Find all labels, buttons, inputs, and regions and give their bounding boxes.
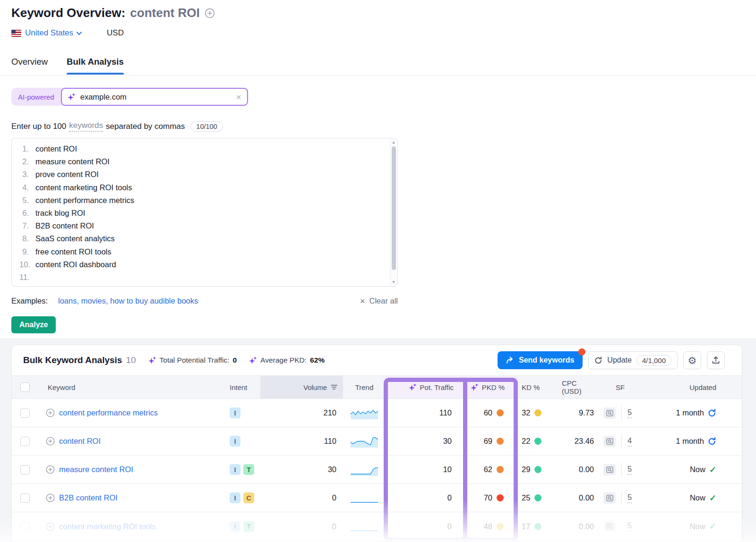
scroll-down-arrow[interactable]: ▼: [390, 280, 397, 284]
updated-cell: 1 month: [643, 427, 742, 455]
updated-cell: 1 month: [643, 399, 742, 427]
ai-powered-badge: AI-powered: [11, 93, 61, 101]
column-cpc[interactable]: CPC (USD): [562, 376, 598, 398]
notification-dot: [578, 348, 585, 356]
expand-plus-icon[interactable]: [46, 437, 55, 446]
serp-features-icon[interactable]: [603, 436, 616, 447]
check-icon: ✓: [709, 522, 716, 531]
export-button[interactable]: [707, 351, 725, 369]
column-volume[interactable]: Volume: [260, 376, 343, 398]
tab-overview[interactable]: Overview: [11, 57, 48, 75]
intent-badge-transactional: T: [243, 464, 254, 475]
kd-dot: [534, 466, 541, 473]
updated-icon-slot: [708, 437, 716, 446]
card-title: Bulk Keyword Analysis: [23, 355, 122, 365]
textarea-scrollbar[interactable]: ▲ ▼: [390, 139, 397, 286]
pot-traffic-value: 30: [386, 427, 466, 455]
keywords-term[interactable]: keywords: [69, 121, 103, 132]
serp-features-icon[interactable]: [603, 521, 616, 532]
intent-badge-informational: I: [230, 407, 241, 418]
serp-features-icon[interactable]: [603, 407, 616, 419]
clear-all-label: Clear all: [369, 296, 398, 305]
country-label: United States: [25, 28, 73, 38]
expand-plus-icon[interactable]: [46, 493, 55, 502]
serp-features-icon[interactable]: [603, 492, 616, 504]
clear-domain-icon[interactable]: ×: [236, 93, 241, 102]
pkd-value: 48: [484, 522, 492, 531]
expand-plus-icon[interactable]: [46, 408, 55, 417]
column-updated[interactable]: Updated: [643, 376, 742, 398]
pkd-cell: 60: [466, 399, 517, 427]
pkd-dot: [497, 409, 504, 416]
row-checkbox[interactable]: [20, 465, 30, 474]
pkd-dot: [497, 466, 504, 473]
keyword-link[interactable]: measure content ROI: [59, 465, 133, 474]
column-pkd-label: PKD %: [482, 383, 505, 391]
clear-all-button[interactable]: × Clear all: [360, 296, 398, 305]
pkd-value: 62: [484, 465, 492, 474]
keywords-counter-badge: 10/100: [190, 121, 223, 132]
ai-sparkle-icon: [409, 383, 417, 391]
refresh-icon: [594, 356, 602, 364]
pot-traffic-value: 0: [386, 484, 466, 512]
settings-button[interactable]: ⚙: [683, 351, 701, 369]
sf-count-link[interactable]: 5: [627, 493, 632, 503]
examples-label: Examples:: [11, 296, 48, 305]
add-query-icon[interactable]: [205, 8, 215, 18]
updated-icon-slot: ✓: [709, 493, 716, 503]
column-trend[interactable]: Trend: [343, 376, 386, 398]
kd-value: 17: [522, 522, 530, 531]
intent-badge-informational: I: [230, 492, 241, 503]
expand-plus-icon[interactable]: [46, 465, 55, 474]
select-all-checkbox[interactable]: [20, 382, 30, 392]
kd-cell: 17: [517, 512, 562, 541]
sf-count-link[interactable]: 5: [627, 465, 632, 475]
keywords-textarea[interactable]: 1.content ROI2.measure content ROI3.prov…: [11, 138, 398, 287]
send-keywords-button[interactable]: Send keywords: [498, 351, 583, 369]
pkd-cell: 69: [466, 427, 517, 455]
row-checkbox[interactable]: [20, 408, 30, 418]
serp-features-icon[interactable]: [603, 464, 616, 475]
column-sf[interactable]: SF: [598, 376, 643, 398]
row-checkbox[interactable]: [20, 493, 30, 503]
scrollbar-thumb[interactable]: [392, 146, 396, 270]
tab-bulk-analysis[interactable]: Bulk Analysis: [67, 57, 124, 75]
kd-cell: 22: [517, 427, 562, 455]
refresh-icon: [708, 437, 716, 446]
row-checkbox[interactable]: [20, 437, 30, 446]
pkd-cell: 48: [466, 512, 517, 541]
keyword-link[interactable]: content ROI: [59, 437, 101, 446]
sf-count-link[interactable]: 4: [627, 436, 632, 447]
keyword-link[interactable]: content marketing ROI tools: [59, 522, 156, 531]
column-intent[interactable]: Intent: [220, 376, 260, 398]
pkd-value: 70: [484, 493, 492, 502]
column-kd[interactable]: KD %: [517, 376, 562, 398]
intent-badges: IC: [220, 484, 260, 512]
trend-sparkline: [343, 512, 386, 541]
updated-value: Now: [690, 465, 705, 474]
keyword-link[interactable]: B2B content ROI: [59, 493, 118, 502]
examples-link[interactable]: loans, movies, how to buy audible books: [58, 296, 198, 305]
ai-sparkle-icon: [148, 356, 156, 364]
volume-value: 0: [260, 484, 343, 512]
update-button[interactable]: Update 4/1,000: [588, 351, 678, 369]
analyze-button[interactable]: Analyze: [11, 316, 56, 333]
column-pot-traffic[interactable]: Pot. Traffic: [386, 376, 466, 398]
updated-value: Now: [690, 522, 705, 531]
sf-count-link[interactable]: 5: [627, 521, 632, 532]
keyword-link[interactable]: content performance metrics: [59, 408, 158, 417]
domain-input[interactable]: example.com ×: [61, 88, 248, 106]
intent-badge-informational: I: [230, 464, 241, 475]
sf-count-link[interactable]: 5: [627, 408, 632, 418]
table-row: content marketing ROI tools IT 0 0 48 17…: [12, 512, 742, 541]
column-keyword[interactable]: Keyword: [38, 376, 220, 398]
column-pkd[interactable]: PKD %: [466, 376, 517, 398]
keyword-line: 9.free content ROI tools: [19, 246, 387, 258]
intent-badges: I: [220, 427, 260, 455]
scroll-up-arrow[interactable]: ▲: [390, 140, 397, 144]
expand-plus-icon[interactable]: [46, 522, 55, 531]
stat-value: 62%: [310, 356, 325, 364]
row-checkbox[interactable]: [20, 522, 30, 531]
ai-sparkle-icon: [249, 356, 257, 364]
country-selector[interactable]: United States: [25, 28, 82, 38]
